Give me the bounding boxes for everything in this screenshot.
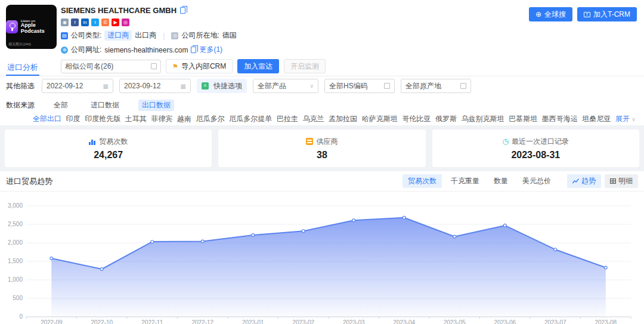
country-tab[interactable]: 哥伦比亚 <box>402 114 431 124</box>
location-icon: ◎ <box>171 32 178 39</box>
date-from-input[interactable]: 2022-09-12 ▦ <box>42 79 113 93</box>
metric-tab-数量[interactable]: 数量 <box>488 174 513 188</box>
trend-title: 进口贸易趋势 <box>6 176 52 187</box>
data-source-option[interactable]: 出口数据 <box>138 100 174 111</box>
company-type-label: 公司类型: <box>71 30 101 41</box>
company-type-export[interactable]: 出口商 <box>135 30 156 41</box>
tab-进口分析[interactable]: 进口分析 <box>6 60 39 76</box>
hs-code-select[interactable]: 全部HS编码 <box>324 79 395 93</box>
instagram-icon[interactable]: ◎ <box>122 18 129 26</box>
origin-select[interactable]: 全部原产地 <box>401 79 471 93</box>
origin-value: 全部原产地 <box>405 81 441 91</box>
website-icon[interactable]: ◉ <box>61 18 69 26</box>
data-source-option[interactable]: 全部 <box>50 100 72 111</box>
facebook-icon[interactable]: f <box>71 18 79 26</box>
view-tab-label: 趋势 <box>581 176 596 186</box>
youtube-icon[interactable]: ▶ <box>112 18 119 26</box>
date-to-input[interactable]: 2023-09-12 ▦ <box>119 79 191 93</box>
svg-text:2022-12: 2022-12 <box>191 319 213 324</box>
location-value: 德国 <box>222 30 237 41</box>
svg-text:2022-11: 2022-11 <box>141 319 163 324</box>
stat-card: ◷最近一次进口记录2023-08-31 <box>432 129 639 167</box>
similar-company-value: 相似公司名(26) <box>65 61 113 72</box>
website-more-link[interactable]: 更多(1) <box>199 45 222 55</box>
other-filter-label: 其他筛选 <box>6 81 35 91</box>
country-tab[interactable]: 菲律宾 <box>151 114 172 124</box>
stat-cards: 贸易次数24,267供应商38◷最近一次进口记录2023-08-31 <box>0 125 644 171</box>
svg-text:2023-03: 2023-03 <box>343 319 365 324</box>
add-radar-button[interactable]: 加入雷达 <box>237 59 279 73</box>
metric-tab-千克重量[interactable]: 千克重量 <box>445 174 485 188</box>
country-tab[interactable]: 厄瓜多尔提单 <box>229 114 272 124</box>
expand-button[interactable]: 展开 ∨ <box>615 114 636 124</box>
company-type-icon: ▤ <box>61 32 68 39</box>
calendar-icon: ▦ <box>103 83 109 90</box>
view-tab-趋势[interactable]: 趋势 <box>567 174 601 188</box>
add-tcrm-label: 加入T-CRM <box>593 10 630 20</box>
svg-text:500: 500 <box>13 295 23 301</box>
svg-text:2022-09: 2022-09 <box>41 319 63 324</box>
global-search-button[interactable]: ⊕ 全球搜 <box>529 7 572 21</box>
country-tab[interactable]: 哈萨克斯坦 <box>362 114 398 124</box>
website-value[interactable]: siemens-healthineers.com <box>104 46 188 54</box>
social-icons: ◉fint✆▶◎ <box>61 18 326 26</box>
start-monitor-label: 开启监测 <box>290 61 319 72</box>
clock-icon: ◷ <box>503 138 509 145</box>
country-tab[interactable]: 巴基斯坦 <box>509 114 537 124</box>
country-tabs: 全部出口印度印度抢先版土耳其菲律宾越南厄瓜多尔厄瓜多尔提单巴拉圭乌克兰孟加拉国哈… <box>0 112 644 125</box>
view-tab-明细[interactable]: 明细 <box>605 174 638 188</box>
quick-options-label: 快捷选项 <box>213 81 242 91</box>
date-to-value: 2023-09-12 <box>124 82 160 90</box>
quick-options-button[interactable]: ≡ 快捷选项 <box>197 79 247 93</box>
stat-label: 供应商 <box>316 137 338 147</box>
divider: | <box>163 32 165 40</box>
country-tab[interactable]: 巴拉圭 <box>277 114 298 124</box>
trend-header: 进口贸易趋势 贸易次数千克重量数量美元总价趋势明细 <box>0 171 644 192</box>
country-tab[interactable]: 印度抢先版 <box>85 114 120 124</box>
list-icon <box>460 83 466 89</box>
stat-value: 2023-08-31 <box>511 150 560 161</box>
product-select[interactable]: 全部产品 ∨ <box>253 79 318 93</box>
stat-value: 24,267 <box>94 150 123 161</box>
list-icon <box>384 83 390 89</box>
phone-icon[interactable]: ✆ <box>101 18 109 26</box>
similar-company-input[interactable]: 相似公司名(26) <box>61 60 161 73</box>
import-crm-label: 导入内部CRM <box>181 61 226 72</box>
svg-text:1,500: 1,500 <box>8 258 23 264</box>
metric-tab-贸易次数[interactable]: 贸易次数 <box>402 174 442 188</box>
company-logo[interactable]: Listen on Apple Podcasts 相关图片(240) <box>6 5 57 49</box>
metric-tab-美元总价[interactable]: 美元总价 <box>517 174 556 188</box>
country-tab[interactable]: 乌兹别克斯坦 <box>462 114 504 124</box>
trend-chart: 05001,0001,5002,0002,5003,0002022-092022… <box>0 192 644 324</box>
copy-icon[interactable] <box>180 7 185 14</box>
country-tab[interactable]: 乌克兰 <box>302 114 324 124</box>
svg-text:2023-05: 2023-05 <box>444 319 466 324</box>
start-monitor-button[interactable]: 开启监测 <box>284 59 326 73</box>
website-label: 公司网址: <box>71 45 101 55</box>
page: Listen on Apple Podcasts 相关图片(240) SIEME… <box>0 0 644 324</box>
twitter-icon[interactable]: t <box>91 18 99 26</box>
linkedin-icon[interactable]: in <box>81 18 89 26</box>
country-tab[interactable]: 孟加拉国 <box>329 114 357 124</box>
svg-text:2023-07: 2023-07 <box>544 319 566 324</box>
country-tab[interactable]: 全部出口 <box>33 114 61 124</box>
crm-card-icon: T <box>584 12 590 17</box>
svg-text:2023-01: 2023-01 <box>242 319 264 324</box>
country-tab[interactable]: 土耳其 <box>125 114 147 124</box>
data-source-option[interactable]: 进口数据 <box>87 100 123 111</box>
add-tcrm-button[interactable]: T 加入T-CRM <box>577 7 637 21</box>
date-from-value: 2022-09-12 <box>47 82 83 90</box>
flag-icon: ⚑ <box>172 63 178 70</box>
country-tab[interactable]: 印度 <box>66 114 80 124</box>
country-tab[interactable]: 越南 <box>177 114 191 124</box>
country-tab[interactable]: 墨西哥海运 <box>542 114 578 124</box>
country-tab[interactable]: 厄瓜多尔 <box>196 114 225 124</box>
country-tab[interactable]: 俄罗斯 <box>435 114 457 124</box>
country-tab[interactable]: 坦桑尼亚 <box>582 114 611 124</box>
company-type-import-badge[interactable]: 进口商 <box>104 30 132 41</box>
copy-icon[interactable] <box>191 47 196 53</box>
import-crm-button[interactable]: ⚑ 导入内部CRM <box>166 59 233 73</box>
svg-text:2,500: 2,500 <box>8 221 23 227</box>
bar-chart-icon <box>89 138 96 145</box>
view-tab-label: 明细 <box>618 176 633 186</box>
